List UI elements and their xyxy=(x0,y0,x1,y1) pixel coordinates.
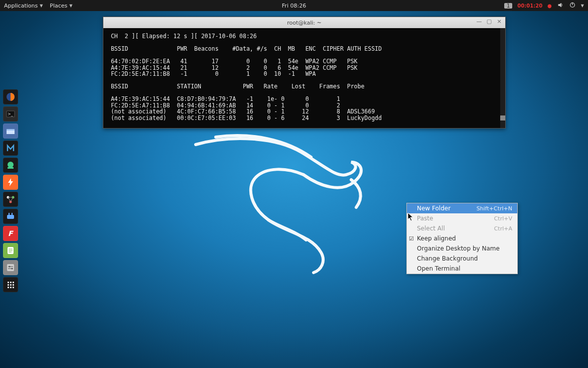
terminal-body[interactable]: CH 2 ][ Elapsed: 12 s ][ 2017-10-06 08:2… xyxy=(103,28,505,128)
svg-point-6 xyxy=(8,162,14,168)
svg-rect-28 xyxy=(10,282,12,283)
chevron-down-icon: ▼ xyxy=(40,4,43,8)
ctx-item-label: New Folder xyxy=(417,205,451,212)
places-menu[interactable]: Places ▼ xyxy=(50,3,72,9)
svg-rect-14 xyxy=(7,215,14,219)
chevron-down-icon: ▼ xyxy=(69,4,72,8)
svg-rect-33 xyxy=(8,287,9,288)
applications-label: Applications xyxy=(4,3,38,9)
svg-rect-27 xyxy=(8,282,9,283)
ctx-item-label: Open Terminal xyxy=(417,265,461,272)
terminal-title: root@kali: ~ xyxy=(287,20,322,26)
firefox-icon[interactable] xyxy=(3,89,18,104)
svg-rect-16 xyxy=(12,213,13,215)
top-panel-left: Applications ▼ Places ▼ xyxy=(4,3,73,9)
ctx-item-label: Paste xyxy=(417,215,433,222)
svg-rect-5 xyxy=(7,129,15,131)
ctx-select-all: Select AllCtrl+A xyxy=(407,223,517,233)
applications-menu[interactable]: Applications ▼ xyxy=(4,3,43,9)
minimize-button[interactable]: — xyxy=(475,18,483,26)
top-panel-right: 1 00:01:20 ● ▼ xyxy=(504,2,584,10)
ctx-item-shortcut: Shift+Ctrl+N xyxy=(477,205,512,212)
ctx-item-label: Organize Desktop by Name xyxy=(417,245,500,252)
ctx-organize[interactable]: Organize Desktop by Name xyxy=(407,243,517,254)
svg-rect-32 xyxy=(13,284,14,286)
terminal-icon[interactable]: >_ xyxy=(3,106,18,121)
ctx-item-shortcut: Ctrl+V xyxy=(494,215,512,222)
svg-rect-35 xyxy=(13,287,14,288)
places-label: Places xyxy=(50,3,67,9)
close-button[interactable]: × xyxy=(495,18,503,26)
top-panel: Applications ▼ Places ▼ Fri 08:26 1 00:0… xyxy=(0,0,588,11)
volume-icon[interactable] xyxy=(557,2,564,10)
svg-rect-31 xyxy=(10,284,12,286)
terminal-scroll-thumb[interactable] xyxy=(500,115,505,120)
desktop-context-menu: New FolderShift+Ctrl+NPasteCtrl+VSelect … xyxy=(406,203,518,274)
ctx-item-label: Change Background xyxy=(417,255,478,262)
tweaks-icon[interactable] xyxy=(3,260,18,275)
ctx-item-label: Select All xyxy=(417,225,445,232)
apps-grid-icon[interactable] xyxy=(3,277,18,292)
power-icon[interactable] xyxy=(569,2,576,10)
beef-icon[interactable] xyxy=(3,209,18,224)
svg-text:>_: >_ xyxy=(8,112,14,116)
svg-text:F: F xyxy=(8,229,14,237)
faraday-icon[interactable]: F xyxy=(3,226,18,241)
ctx-item-label: Keep aligned xyxy=(417,235,456,242)
dock: >_F xyxy=(3,89,20,292)
ctx-open-terminal[interactable]: Open Terminal xyxy=(407,264,517,274)
terminal-titlebar[interactable]: root@kali: ~ — ▢ × xyxy=(103,17,505,28)
workspace-indicator[interactable]: 1 xyxy=(504,3,512,9)
ctx-change-bg[interactable]: Change Background xyxy=(407,254,517,264)
clock-label: Fri 08:26 xyxy=(282,3,306,9)
ctx-new-folder[interactable]: New FolderShift+Ctrl+N xyxy=(407,203,517,213)
ctx-keep-aligned[interactable]: ☑Keep aligned xyxy=(407,233,517,243)
terminal-scrollbar[interactable] xyxy=(500,28,505,128)
burp-icon[interactable] xyxy=(3,175,18,190)
terminal-window[interactable]: root@kali: ~ — ▢ × CH 2 ][ Elapsed: 12 s… xyxy=(103,17,506,129)
chevron-down-icon[interactable]: ▼ xyxy=(581,4,584,8)
svg-rect-7 xyxy=(8,167,14,169)
checkbox-icon: ☑ xyxy=(409,235,414,242)
recording-timer: 00:01:20 xyxy=(517,3,542,9)
svg-rect-30 xyxy=(8,284,9,286)
ctx-paste: PasteCtrl+V xyxy=(407,213,517,223)
svg-rect-29 xyxy=(13,282,14,283)
files-icon[interactable] xyxy=(3,124,18,139)
armitage-icon[interactable] xyxy=(3,158,18,173)
metasploit-icon[interactable] xyxy=(3,141,18,156)
svg-line-12 xyxy=(8,197,11,202)
svg-line-13 xyxy=(11,197,13,202)
window-controls: — ▢ × xyxy=(475,18,503,26)
maltego-icon[interactable] xyxy=(3,192,18,207)
recording-icon[interactable]: ● xyxy=(547,3,552,9)
terminal-output: CH 2 ][ Elapsed: 12 s ][ 2017-10-06 08:2… xyxy=(107,33,501,121)
clock[interactable]: Fri 08:26 xyxy=(282,3,306,9)
leafpad-icon[interactable] xyxy=(3,243,18,258)
maximize-button[interactable]: ▢ xyxy=(485,18,493,26)
svg-rect-15 xyxy=(9,213,10,215)
kali-dragon-logo xyxy=(186,132,376,278)
svg-rect-22 xyxy=(7,264,14,271)
svg-rect-34 xyxy=(10,287,12,288)
ctx-item-shortcut: Ctrl+A xyxy=(494,225,512,232)
